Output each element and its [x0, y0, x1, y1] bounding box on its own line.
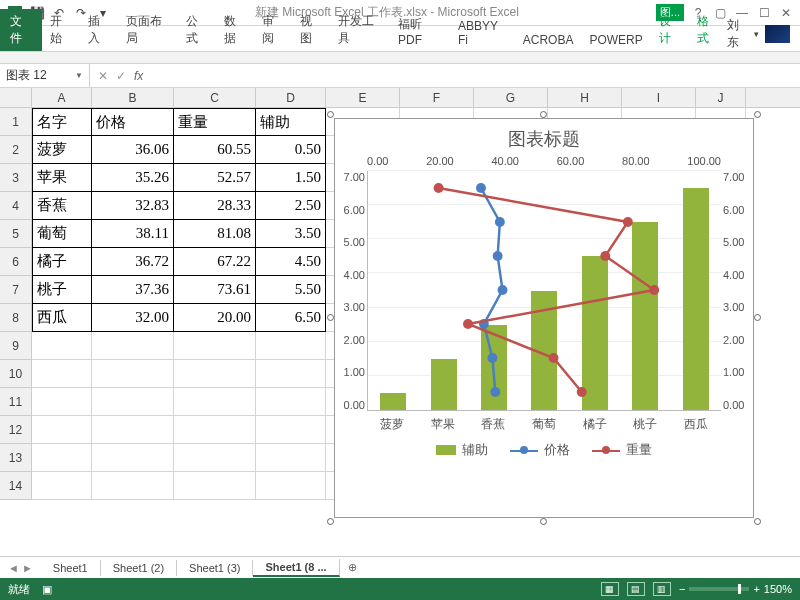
view-pagebreak-icon[interactable]: ▥ [653, 582, 671, 596]
cell[interactable] [92, 388, 174, 416]
row-header[interactable]: 1 [0, 108, 32, 136]
cell[interactable]: 52.57 [174, 164, 256, 192]
cell[interactable] [256, 416, 326, 444]
col-header[interactable]: D [256, 88, 326, 107]
grid[interactable]: A B C D E F G H I J 1名字价格重量辅助2菠萝36.0660.… [0, 88, 800, 556]
cell[interactable] [92, 472, 174, 500]
cell[interactable] [32, 472, 92, 500]
cell[interactable] [92, 332, 174, 360]
cell[interactable]: 0.50 [256, 136, 326, 164]
cell[interactable] [174, 332, 256, 360]
row-header[interactable]: 10 [0, 360, 32, 388]
zoom-control[interactable]: − + 150% [679, 583, 792, 595]
row-header[interactable]: 4 [0, 192, 32, 220]
row-header[interactable]: 2 [0, 136, 32, 164]
cell[interactable]: 36.72 [92, 248, 174, 276]
col-header[interactable]: E [326, 88, 400, 107]
col-header[interactable]: G [474, 88, 548, 107]
cell[interactable]: 4.50 [256, 248, 326, 276]
cancel-formula-icon[interactable]: ✕ [98, 69, 108, 83]
cell[interactable]: 重量 [174, 108, 256, 136]
cell[interactable] [32, 360, 92, 388]
cell[interactable]: 1.50 [256, 164, 326, 192]
tab-file[interactable]: 文件 [0, 9, 42, 51]
cell[interactable] [32, 416, 92, 444]
zoom-in-icon[interactable]: + [753, 583, 759, 595]
tab-layout[interactable]: 页面布局 [118, 9, 178, 51]
cell[interactable]: 6.50 [256, 304, 326, 332]
cell[interactable] [32, 332, 92, 360]
view-pagelayout-icon[interactable]: ▤ [627, 582, 645, 596]
cell[interactable]: 81.08 [174, 220, 256, 248]
tab-formula[interactable]: 公式 [178, 9, 216, 51]
cell[interactable]: 菠萝 [32, 136, 92, 164]
select-all-corner[interactable] [0, 88, 32, 107]
chevron-down-icon[interactable]: ▼ [75, 71, 83, 80]
cell[interactable] [256, 332, 326, 360]
tab-powerp[interactable]: POWERP [581, 29, 650, 51]
col-header[interactable]: F [400, 88, 474, 107]
cell[interactable]: 38.11 [92, 220, 174, 248]
cell[interactable]: 32.83 [92, 192, 174, 220]
cell[interactable] [92, 416, 174, 444]
cell[interactable]: 3.50 [256, 220, 326, 248]
tab-data[interactable]: 数据 [216, 9, 254, 51]
chart-legend[interactable]: 辅助 价格 重量 [335, 435, 753, 465]
cell[interactable] [256, 388, 326, 416]
cell[interactable]: 35.26 [92, 164, 174, 192]
col-header[interactable]: A [32, 88, 92, 107]
tab-dev[interactable]: 开发工具 [330, 9, 390, 51]
cell[interactable]: 73.61 [174, 276, 256, 304]
cell[interactable]: 橘子 [32, 248, 92, 276]
sheet-tab[interactable]: Sheet1 (3) [177, 560, 253, 576]
cell[interactable]: 葡萄 [32, 220, 92, 248]
col-header[interactable]: H [548, 88, 622, 107]
cell[interactable] [32, 388, 92, 416]
row-header[interactable]: 13 [0, 444, 32, 472]
cell[interactable]: 36.06 [92, 136, 174, 164]
cell[interactable]: 37.36 [92, 276, 174, 304]
tab-insert[interactable]: 插入 [80, 9, 118, 51]
row-header[interactable]: 12 [0, 416, 32, 444]
sheet-tab[interactable]: Sheet1 (2) [101, 560, 177, 576]
tab-review[interactable]: 审阅 [254, 9, 292, 51]
cell[interactable]: 20.00 [174, 304, 256, 332]
cell[interactable]: 60.55 [174, 136, 256, 164]
name-box[interactable]: 图表 12 ▼ [0, 64, 90, 87]
tab-foxin[interactable]: 福昕PDF [390, 12, 450, 51]
view-normal-icon[interactable]: ▦ [601, 582, 619, 596]
cell[interactable]: 名字 [32, 108, 92, 136]
cell[interactable] [174, 472, 256, 500]
row-header[interactable]: 8 [0, 304, 32, 332]
user-area[interactable]: 刘东 ▾ [727, 17, 800, 51]
cell[interactable]: 苹果 [32, 164, 92, 192]
tab-design[interactable]: 设计 [651, 9, 689, 51]
cell[interactable]: 香蕉 [32, 192, 92, 220]
cell[interactable]: 价格 [92, 108, 174, 136]
tab-home[interactable]: 开始 [42, 9, 80, 51]
cell[interactable]: 5.50 [256, 276, 326, 304]
cell[interactable] [256, 444, 326, 472]
row-header[interactable]: 6 [0, 248, 32, 276]
cell[interactable] [174, 360, 256, 388]
cell[interactable] [92, 444, 174, 472]
macro-icon[interactable]: ▣ [42, 583, 52, 596]
col-header[interactable]: J [696, 88, 746, 107]
row-header[interactable]: 5 [0, 220, 32, 248]
zoom-out-icon[interactable]: − [679, 583, 685, 595]
tab-view[interactable]: 视图 [292, 9, 330, 51]
row-header[interactable]: 9 [0, 332, 32, 360]
cell[interactable]: 桃子 [32, 276, 92, 304]
cell[interactable] [174, 444, 256, 472]
cell[interactable] [256, 360, 326, 388]
cell[interactable]: 67.22 [174, 248, 256, 276]
fx-icon[interactable]: fx [134, 69, 143, 83]
row-header[interactable]: 11 [0, 388, 32, 416]
sheet-tab[interactable]: Sheet1 (8 ... [253, 559, 339, 577]
cell[interactable] [32, 444, 92, 472]
enter-formula-icon[interactable]: ✓ [116, 69, 126, 83]
cell[interactable]: 28.33 [174, 192, 256, 220]
col-header[interactable]: I [622, 88, 696, 107]
cell[interactable] [256, 472, 326, 500]
cell[interactable]: 2.50 [256, 192, 326, 220]
